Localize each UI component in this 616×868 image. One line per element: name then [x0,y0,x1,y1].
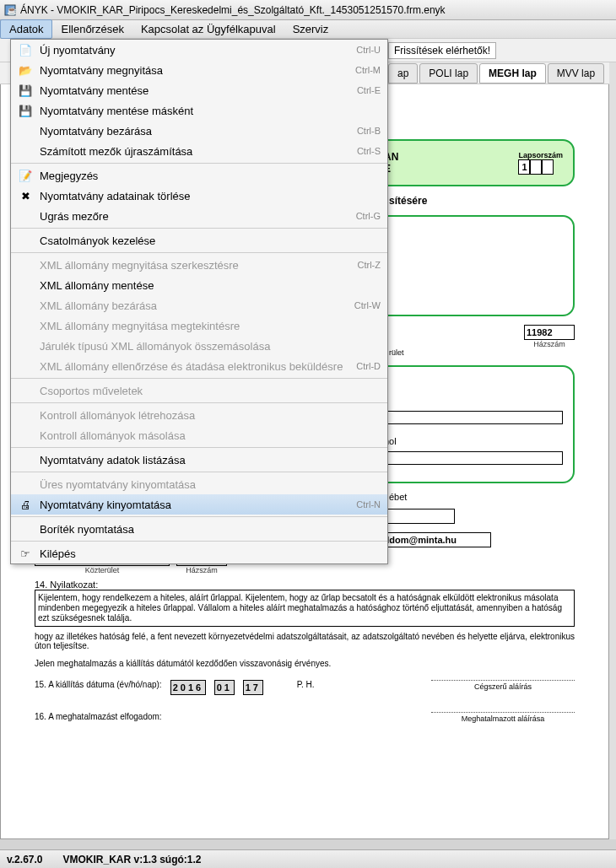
menu-item-label: Csoportos műveletek [40,385,370,397]
menu-item-1[interactable]: 📂Nyomtatvány megnyitásaCtrl-M [11,60,387,80]
blank-icon [18,429,33,442]
ebet-text: ébet [389,492,575,502]
save-icon: 💾 [18,84,33,97]
blank-icon [18,144,33,158]
menu-item-2[interactable]: 💾Nyomtatvány mentéseCtrl-E [11,80,387,100]
blank-icon [18,408,33,422]
menu-item-label: XML állomány bezárása [40,299,344,312]
sig1: Cégszerű aláírás [431,680,575,691]
menu-item-label: Nyomtatvány megnyitása [40,64,345,77]
nyilatkozat-text: Kijelentem, hogy rendelkezem a hiteles, … [35,590,575,627]
adatok-dropdown: 📄Új nyomtatványCtrl-U📂Nyomtatvány megnyi… [10,39,388,564]
accept-label: 16. A meghatalmazást elfogadom: [35,712,162,723]
menu-item-label: Csatolmányok kezelése [40,235,370,247]
menu-item-shortcut: Ctrl-E [357,85,381,95]
menu-item-32[interactable]: ☞Kilépés [11,543,387,563]
menu-item-label: Nyomtatvány adatainak törlése [40,190,370,202]
status-version: v.2.67.0 [7,854,42,865]
menu-item-15: XML állomány bezárásaCtrl-W [11,295,387,315]
blank-icon [18,359,33,373]
menu-item-label: Boríték nyomtatása [40,523,370,536]
menu-item-shortcut: Ctrl-D [356,361,381,371]
tab-poli[interactable]: POLI lap [419,63,478,84]
menu-item-17: Járulék típusú XML állományok összemásol… [11,336,387,356]
menu-item-shortcut: Ctrl-S [357,146,381,156]
menu-item-18: XML állomány ellenőrzése és átadása elek… [11,356,387,376]
menu-item-5[interactable]: Számított mezők újraszámításaCtrl-S [11,141,387,161]
blank-icon [18,209,33,223]
menu-item-0[interactable]: 📄Új nyomtatványCtrl-U [11,40,387,60]
blank-icon [18,339,33,353]
menu-item-11[interactable]: Csatolmányok kezelése [11,230,387,251]
hazszam-label: Házszám [524,340,575,348]
blank-icon [18,234,33,247]
tab-ap[interactable]: ap [388,63,418,84]
date-year[interactable]: 2016 [170,680,206,695]
menu-item-16: XML állomány megnyitása megtekintésre [11,315,387,336]
updates-available[interactable]: Frissítések elérhetők! [388,42,496,59]
menu-adatok[interactable]: Adatok [0,19,52,39]
svg-text:☕: ☕ [7,5,17,16]
menu-kapcsolat[interactable]: Kapcsolat az Ügyfélkapuval [132,20,284,38]
menu-item-shortcut: Ctrl-B [357,126,381,136]
folder-open-icon: 📂 [18,63,33,77]
menu-szerviz[interactable]: Szerviz [284,20,338,38]
exit-icon: ☞ [18,547,33,560]
email-input[interactable]: kuldom@minta.hu [373,532,491,547]
menu-item-label: XML állomány ellenőrzése és átadása elek… [40,360,346,373]
menu-item-label: Új nyomtatvány [40,44,346,57]
scrollbar-vertical[interactable] [609,62,616,839]
lapsorszam-2[interactable] [530,159,542,175]
date-label: 15. A kiállítás dátuma (év/hó/nap): [35,680,162,689]
nyilatkozat-label: 14. Nyilatkozat: [35,580,575,590]
doc-new-icon: 📄 [18,43,33,57]
menu-item-shortcut: Ctrl-N [356,499,381,509]
window-title: ÁNYK - VMOKIR_KAR_Piripocs_Kereskedelmi_… [20,4,446,16]
menu-item-label: XML állomány megnyitása megtekintésre [40,320,370,332]
menu-item-7[interactable]: 📝Megjegyzés [11,165,387,186]
menu-item-label: Kilépés [40,547,370,560]
blank-icon [18,384,33,397]
tab-mvv[interactable]: MVV lap [548,63,604,84]
date-day[interactable]: 17 [243,680,263,695]
menu-item-27: Üres nyomtatvány kinyomtatása [11,474,387,494]
blank-icon [18,453,33,466]
para2: hogy az illetékes hatóság felé, a fent n… [35,632,575,650]
menu-item-label: XML állomány mentése [40,279,370,292]
menu-item-30[interactable]: Boríték nyomtatása [11,519,387,539]
menu-item-14[interactable]: XML állomány mentése [11,275,387,295]
menu-item-label: XML állomány megnyitása szerkesztésre [40,259,348,272]
menu-item-label: Számított mezők újraszámítása [40,145,347,158]
menu-item-8[interactable]: ✖Nyomtatvány adatainak törlése [11,186,387,206]
blank-icon [18,319,33,332]
menu-item-label: Nyomtatvány adatok listázása [40,454,370,466]
date-month[interactable]: 01 [214,680,235,695]
hazszam-input[interactable]: 11982 [524,325,575,340]
note-icon: 📝 [18,169,33,182]
menu-item-28[interactable]: 🖨Nyomtatvány kinyomtatásaCtrl-N [11,494,387,515]
tab-megh[interactable]: MEGH lap [479,63,546,84]
menu-item-shortcut: Ctrl-Z [358,260,381,270]
menubar: Adatok Ellenőrzések Kapcsolat az Ügyfélk… [0,20,616,39]
menu-item-shortcut: Ctrl-G [356,211,381,221]
menu-item-shortcut: Ctrl-M [355,65,381,75]
subtitle: sítésére [389,195,575,207]
para3: Jelen meghatalmazás a kiállítás dátumátó… [35,659,575,668]
blank-icon [18,299,33,312]
menu-item-label: Nyomtatvány mentése [40,84,347,97]
menu-item-4[interactable]: Nyomtatvány bezárásaCtrl-B [11,121,387,141]
menu-item-22: Kontroll állományok létrehozása [11,405,387,425]
save-as-icon: 💾 [18,104,33,117]
rulet-label: rület [389,348,575,357]
menu-item-3[interactable]: 💾Nyomtatvány mentése másként [11,100,387,121]
blank-icon [18,258,33,272]
blank-icon [18,522,33,536]
menu-item-label: Megjegyzés [40,170,370,182]
print-icon: 🖨 [18,498,33,511]
lapsorszam-3[interactable] [542,159,554,175]
menu-ellenorzesek[interactable]: Ellenőrzések [52,20,132,38]
menu-item-25[interactable]: Nyomtatvány adatok listázása [11,450,387,470]
menu-item-label: Nyomtatvány kinyomtatása [40,499,346,511]
menu-item-9[interactable]: Ugrás mezőreCtrl-G [11,206,387,226]
lapsorszam-1[interactable]: 1 [518,159,530,175]
